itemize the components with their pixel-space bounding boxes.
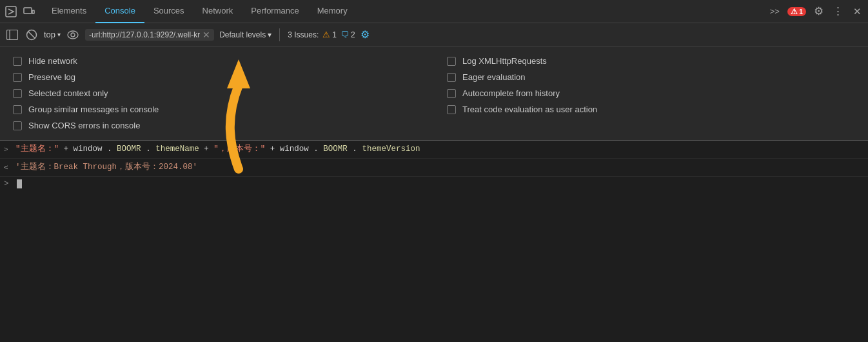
console-input-line: > "主题名：" + window . BOOMR . themeName + … <box>0 141 868 159</box>
tab-bar-right: >> ⚠ 1 ⚙ ⋮ ✕ <box>767 5 864 19</box>
tab-memory[interactable]: Memory <box>308 0 357 23</box>
input-chevron: > <box>4 145 8 156</box>
code-string-1: "主题名：" <box>15 145 59 154</box>
devtools-icons <box>4 5 36 19</box>
context-selector[interactable]: top ▾ <box>44 30 61 39</box>
code-themename: themeName <box>155 145 199 154</box>
more-tabs-button[interactable]: >> <box>767 5 782 17</box>
svg-point-7 <box>68 31 78 39</box>
code-dot-1: . <box>107 145 112 154</box>
autocomplete-history-checkbox[interactable] <box>447 89 456 98</box>
clear-console-icon[interactable] <box>25 28 39 42</box>
info-count: 2 <box>351 30 355 39</box>
sidebar-toggle-icon[interactable] <box>5 28 19 42</box>
code-boomr-2: BOOMR <box>323 145 348 154</box>
code-boomr-1: BOOMR <box>117 145 141 154</box>
cors-errors-option[interactable]: Show CORS errors in console <box>13 117 421 134</box>
levels-arrow-icon: ▾ <box>268 30 271 39</box>
svg-point-8 <box>71 33 75 37</box>
eye-icon[interactable] <box>66 28 80 42</box>
svg-line-6 <box>28 32 35 38</box>
code-plus-2: + <box>204 145 213 154</box>
cors-errors-label: Show CORS errors in console <box>28 121 140 130</box>
levels-label: Default levels <box>219 30 266 39</box>
context-arrow-icon: ▾ <box>57 31 61 38</box>
log-levels-button[interactable]: Default levels ▾ <box>219 30 271 39</box>
code-dot-3: . <box>313 145 319 154</box>
svg-rect-1 <box>24 8 32 14</box>
warning-badge: ⚠ 1 <box>322 30 337 39</box>
code-string-2: "，版本号：" <box>213 145 265 154</box>
warning-count: 1 <box>332 30 337 39</box>
settings-panel: Hide network Preserve log Selected conte… <box>0 46 868 141</box>
info-icon: 🗨 <box>340 30 349 39</box>
issues-label: 3 Issues: <box>288 30 319 39</box>
group-similar-checkbox[interactable] <box>13 105 22 114</box>
tab-sources[interactable]: Sources <box>144 0 193 23</box>
code-window-1: window <box>74 145 103 154</box>
preserve-log-label: Preserve log <box>28 72 75 82</box>
console-output-line: < '主题名：Break Through，版本号：2024.08' <box>0 159 868 177</box>
console-prompt-line[interactable]: > <box>0 177 868 191</box>
info-badge: 🗨 2 <box>340 30 355 39</box>
selected-context-label: Selected context only <box>28 88 108 98</box>
tab-performance[interactable]: Performance <box>242 0 308 23</box>
warning-icon: ⚠ <box>322 30 330 39</box>
tab-console[interactable]: Console <box>95 0 144 23</box>
settings-right-column: Log XMLHttpRequests Eager evaluation Aut… <box>447 53 855 134</box>
log-xhr-checkbox[interactable] <box>447 57 456 66</box>
error-badge: ⚠ 1 <box>787 7 806 16</box>
issues-area: 3 Issues: ⚠ 1 🗨 2 <box>288 30 355 39</box>
treat-eval-option[interactable]: Treat code evaluation as user action <box>447 101 855 117</box>
devtools-main-icon[interactable] <box>4 5 18 19</box>
svg-rect-3 <box>7 30 18 39</box>
code-plus-3: + <box>270 145 280 154</box>
console-settings-button[interactable]: ⚙ <box>360 28 370 41</box>
close-devtools-icon[interactable]: ✕ <box>850 5 864 19</box>
settings-gear-icon[interactable]: ⚙ <box>811 5 825 19</box>
preserve-log-checkbox[interactable] <box>13 73 22 82</box>
prompt-chevron: > <box>4 179 9 188</box>
console-toolbar: top ▾ -url:http://127.0.0.1:9292/.well-k… <box>0 23 868 46</box>
svg-rect-2 <box>32 10 34 14</box>
eager-eval-option[interactable]: Eager evaluation <box>447 69 855 85</box>
hide-network-option[interactable]: Hide network <box>13 53 421 69</box>
selected-context-option[interactable]: Selected context only <box>13 85 421 101</box>
log-xhr-option[interactable]: Log XMLHttpRequests <box>447 53 855 69</box>
preserve-log-option[interactable]: Preserve log <box>13 69 421 85</box>
treat-eval-label: Treat code evaluation as user action <box>462 105 597 114</box>
selected-context-checkbox[interactable] <box>13 89 22 98</box>
url-filter-text: -url:http://127.0.0.1:9292/.well-kr <box>89 30 200 39</box>
autocomplete-history-option[interactable]: Autocomplete from history <box>447 85 855 101</box>
console-result: '主题名：Break Through，版本号：2024.08' <box>15 161 197 174</box>
responsive-icon[interactable] <box>22 5 36 19</box>
console-output: > "主题名：" + window . BOOMR . themeName + … <box>0 141 868 342</box>
code-plus-1: + <box>64 145 74 154</box>
more-options-icon[interactable]: ⋮ <box>831 5 845 19</box>
hide-network-label: Hide network <box>28 56 77 66</box>
tab-bar: Elements Console Sources Network Perform… <box>0 0 868 23</box>
code-window-2: window <box>280 145 309 154</box>
settings-left-column: Hide network Preserve log Selected conte… <box>13 53 421 134</box>
group-similar-label: Group similar messages in console <box>28 105 159 114</box>
group-similar-option[interactable]: Group similar messages in console <box>13 101 421 117</box>
autocomplete-history-label: Autocomplete from history <box>462 88 560 98</box>
prompt-cursor <box>17 179 22 188</box>
hide-network-checkbox[interactable] <box>13 57 22 66</box>
cors-errors-checkbox[interactable] <box>13 121 22 130</box>
code-dot-4: . <box>352 145 357 154</box>
treat-eval-checkbox[interactable] <box>447 105 456 114</box>
output-chevron: < <box>4 163 8 174</box>
log-xhr-label: Log XMLHttpRequests <box>462 56 547 66</box>
eager-eval-label: Eager evaluation <box>462 72 526 82</box>
main-content: top ▾ -url:http://127.0.0.1:9292/.well-k… <box>0 23 868 342</box>
code-dot-2: . <box>146 145 151 154</box>
eager-eval-checkbox[interactable] <box>447 73 456 82</box>
context-label: top <box>44 30 55 39</box>
url-filter-chip[interactable]: -url:http://127.0.0.1:9292/.well-kr ✕ <box>85 29 214 41</box>
remove-filter-icon[interactable]: ✕ <box>202 30 210 39</box>
console-expression: "主题名：" + window . BOOMR . themeName + "，… <box>15 143 420 156</box>
code-themeversion: themeVersion <box>362 145 420 154</box>
tab-network[interactable]: Network <box>193 0 242 23</box>
tab-elements[interactable]: Elements <box>43 0 95 23</box>
